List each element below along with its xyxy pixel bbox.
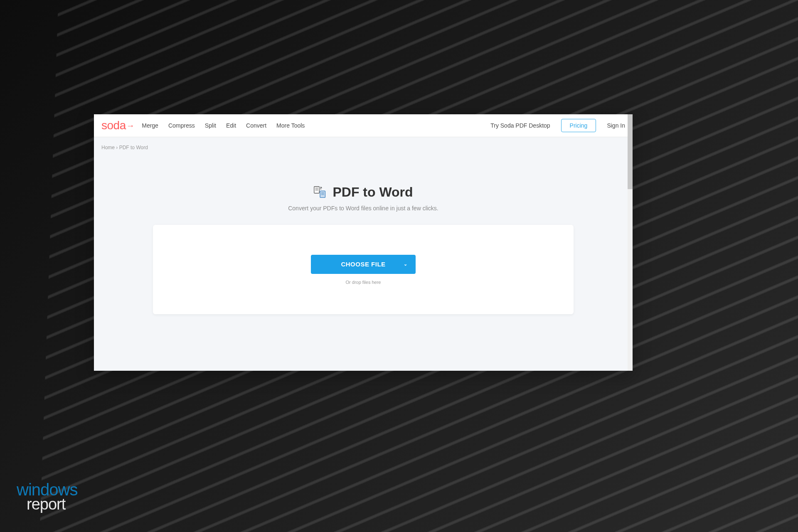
chevron-down-icon: ⌄: [404, 261, 408, 267]
breadcrumb-home[interactable]: Home: [101, 145, 115, 150]
page-subtitle: Convert your PDFs to Word files online i…: [288, 205, 438, 212]
page-content: soda→ Merge Compress Split Edit Convert …: [94, 114, 633, 371]
browser-window: soda→ Merge Compress Split Edit Convert …: [94, 114, 633, 371]
svg-rect-4: [320, 191, 325, 197]
document-convert-icon: [313, 186, 327, 199]
main-nav: Merge Compress Split Edit Convert More T…: [142, 122, 490, 129]
header-right: Try Soda PDF Desktop Pricing Sign In: [490, 119, 625, 132]
breadcrumb-current[interactable]: PDF to Word: [119, 145, 148, 150]
drop-files-text: Or drop files here: [346, 280, 381, 285]
page-title: PDF to Word: [332, 185, 413, 200]
svg-rect-0: [314, 186, 319, 193]
scrollbar-thumb[interactable]: [628, 114, 633, 189]
nav-item-edit[interactable]: Edit: [226, 122, 236, 129]
logo-text: soda: [101, 119, 126, 132]
try-desktop-link[interactable]: Try Soda PDF Desktop: [490, 122, 550, 129]
choose-file-label: CHOOSE FILE: [341, 261, 385, 268]
pricing-button[interactable]: Pricing: [561, 119, 596, 132]
logo-arrow-icon: →: [126, 121, 135, 131]
watermark-logo: windows report: [17, 482, 77, 511]
page-title-row: PDF to Word: [313, 185, 413, 200]
main-content: PDF to Word Convert your PDFs to Word fi…: [94, 155, 633, 371]
nav-item-more-tools[interactable]: More Tools: [276, 122, 305, 129]
nav-item-compress[interactable]: Compress: [168, 122, 195, 129]
nav-item-convert[interactable]: Convert: [246, 122, 266, 129]
breadcrumb-separator: ›: [116, 145, 118, 150]
upload-card[interactable]: CHOOSE FILE ⌄ Or drop files here: [153, 225, 574, 314]
header: soda→ Merge Compress Split Edit Convert …: [94, 114, 633, 137]
watermark-bottom: report: [27, 497, 77, 511]
nav-item-merge[interactable]: Merge: [142, 122, 158, 129]
choose-file-button[interactable]: CHOOSE FILE ⌄: [311, 255, 416, 274]
sign-in-link[interactable]: Sign In: [607, 122, 625, 129]
logo[interactable]: soda→: [101, 119, 134, 132]
scrollbar-track[interactable]: [628, 114, 633, 371]
watermark-top: windows: [17, 482, 77, 497]
breadcrumb: Home › PDF to Word: [94, 137, 633, 155]
nav-item-split[interactable]: Split: [205, 122, 216, 129]
